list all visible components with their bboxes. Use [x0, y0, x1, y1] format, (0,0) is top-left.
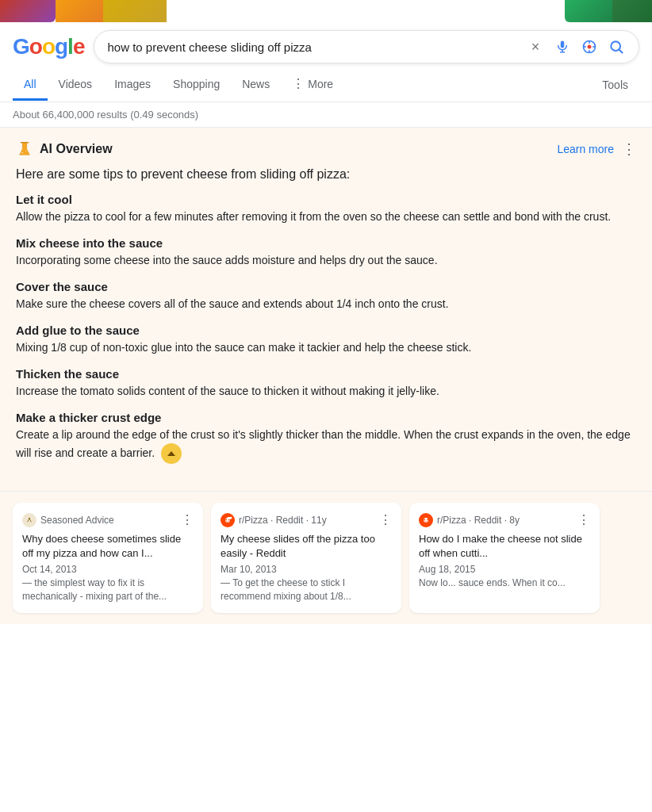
svg-point-11 — [21, 152, 23, 154]
logo-g: G — [13, 34, 29, 59]
search-icon[interactable] — [607, 37, 626, 56]
tip-title-6: Make a thicker crust edge — [16, 411, 636, 424]
ai-overview-section: AI Overview Learn more ⋮ Here are some t… — [0, 128, 652, 492]
svg-point-12 — [25, 151, 26, 151]
ai-overview-header: AI Overview Learn more ⋮ — [16, 140, 636, 158]
tip-title-5: Thicken the sauce — [16, 367, 636, 381]
source-card-3[interactable]: r/Pizza · Reddit · 8y ⋮ How do I make th… — [409, 503, 600, 613]
source-cards-section: Seasoned Advice ⋮ Why does cheese someti… — [0, 492, 652, 624]
clear-icon[interactable]: × — [526, 37, 545, 56]
source-3-snippet: Now lo... sauce ends. When it co... — [419, 576, 590, 590]
svg-rect-0 — [561, 41, 565, 48]
tip-desc-4: Mixing 1/8 cup of non-toxic glue into th… — [16, 339, 636, 356]
tip-desc-3: Make sure the cheese covers all of the s… — [16, 296, 636, 312]
tip-title-1: Let it cool — [16, 193, 636, 206]
source-1-menu-icon[interactable]: ⋮ — [181, 512, 194, 527]
tools-button[interactable]: Tools — [591, 71, 639, 99]
source-2-menu-icon[interactable]: ⋮ — [379, 512, 392, 527]
source-3-title: How do I make the cheese not slide off w… — [419, 532, 590, 561]
tip-desc-1: Allow the pizza to cool for a few minute… — [16, 209, 636, 225]
source-2-snippet: — To get the cheese to stick I recommend… — [221, 576, 392, 603]
tip-item-6: Make a thicker crust edge Create a lip a… — [16, 411, 636, 464]
ai-header-right: Learn more ⋮ — [557, 140, 636, 158]
results-count: About 66,400,000 results (0.49 seconds) — [0, 102, 652, 128]
tab-more-label: More — [308, 78, 333, 90]
collapse-button[interactable] — [161, 443, 182, 464]
svg-point-13 — [25, 515, 34, 525]
tip-desc-6: Create a lip around the edge of the crus… — [16, 427, 636, 464]
source-1-title: Why does cheese sometimes slide off my p… — [22, 532, 194, 561]
nav-tabs: All Videos Images Shopping News ⋮ More T… — [0, 68, 652, 102]
source-card-1[interactable]: Seasoned Advice ⋮ Why does cheese someti… — [13, 503, 203, 613]
svg-point-17 — [225, 519, 227, 520]
logo-e: e — [73, 34, 85, 59]
svg-rect-20 — [227, 516, 231, 519]
source-3-meta: r/Pizza · Reddit · 8y — [419, 513, 520, 527]
svg-point-23 — [424, 519, 425, 520]
tip-desc-2: Incorporating some cheese into the sauce… — [16, 252, 636, 269]
logo-l: l — [67, 34, 73, 59]
source-3-menu-icon[interactable]: ⋮ — [577, 512, 590, 527]
tip-title-4: Add glue to the sauce — [16, 324, 636, 337]
tab-news[interactable]: News — [231, 70, 281, 101]
svg-point-14 — [29, 517, 30, 519]
ai-header-left: AI Overview — [16, 140, 113, 158]
tip-item-3: Cover the sauce Make sure the cheese cov… — [16, 280, 636, 312]
source-2-date: Mar 10, 2013 — [221, 564, 392, 575]
tab-shopping[interactable]: Shopping — [162, 70, 231, 101]
source-3-name: r/Pizza · Reddit · 8y — [437, 515, 520, 526]
search-icons: × — [526, 37, 626, 56]
tip-title-2: Mix cheese into the sauce — [16, 236, 636, 250]
tab-videos[interactable]: Videos — [48, 70, 104, 101]
lens-icon[interactable] — [580, 37, 599, 56]
header: Google × — [0, 22, 652, 68]
source-1-name: Seasoned Advice — [40, 515, 114, 526]
tab-more[interactable]: ⋮ More — [281, 68, 344, 102]
ai-overview-title: AI Overview — [40, 142, 113, 156]
ai-more-options-icon[interactable]: ⋮ — [622, 140, 636, 158]
source-2-icon — [221, 513, 235, 527]
more-icon: ⋮ — [292, 76, 305, 91]
svg-line-10 — [619, 50, 623, 53]
logo-o1: o — [29, 34, 42, 59]
google-logo: Google — [13, 34, 84, 59]
tip-item-4: Add glue to the sauce Mixing 1/8 cup of … — [16, 324, 636, 356]
source-1-date: Oct 14, 2013 — [22, 564, 194, 575]
source-2-meta: r/Pizza · Reddit · 11y — [221, 513, 327, 527]
tab-images[interactable]: Images — [103, 70, 162, 101]
source-2-title: My cheese slides off the pizza too easil… — [221, 532, 392, 561]
source-1-icon — [22, 513, 36, 527]
tip-item-1: Let it cool Allow the pizza to cool for … — [16, 193, 636, 225]
tab-all[interactable]: All — [13, 70, 48, 101]
mic-icon[interactable] — [553, 37, 572, 56]
chevron-up-icon — [167, 451, 175, 456]
ai-learn-more-link[interactable]: Learn more — [557, 143, 614, 155]
ai-intro-text: Here are some tips to prevent cheese fro… — [16, 167, 636, 182]
search-bar: × — [94, 30, 639, 63]
tip-title-3: Cover the sauce — [16, 280, 636, 293]
search-input[interactable] — [107, 40, 518, 54]
logo-g2: g — [55, 34, 67, 59]
source-card-3-header: r/Pizza · Reddit · 8y ⋮ — [419, 512, 590, 527]
source-2-name: r/Pizza · Reddit · 11y — [239, 515, 327, 526]
svg-point-24 — [427, 519, 428, 520]
source-1-meta: Seasoned Advice — [22, 513, 114, 527]
svg-point-4 — [588, 45, 592, 49]
food-strip-top — [0, 0, 652, 22]
ai-overview-icon — [16, 140, 33, 158]
source-3-icon — [419, 513, 433, 527]
source-card-1-header: Seasoned Advice ⋮ — [22, 512, 194, 527]
ai-tips-list: Let it cool Allow the pizza to cool for … — [16, 193, 636, 464]
tip-item-2: Mix cheese into the sauce Incorporating … — [16, 236, 636, 269]
source-card-2-header: r/Pizza · Reddit · 11y ⋮ — [221, 512, 392, 527]
tip-item-5: Thicken the sauce Increase the tomato so… — [16, 367, 636, 400]
source-3-date: Aug 18, 2015 — [419, 564, 590, 575]
source-card-2[interactable]: r/Pizza · Reddit · 11y ⋮ My cheese slide… — [211, 503, 401, 613]
logo-o2: o — [42, 34, 55, 59]
source-1-snippet: — the simplest way to fix it is mechanic… — [22, 576, 194, 603]
tip-desc-5: Increase the tomato solids content of th… — [16, 383, 636, 400]
